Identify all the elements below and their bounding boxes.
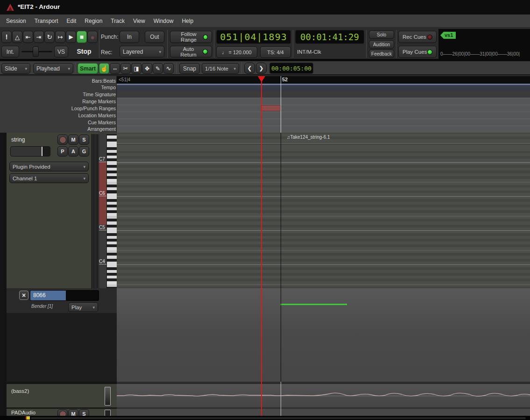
ruler-label-bars[interactable]: Bars:Beats bbox=[4, 78, 116, 84]
smart-mode-button[interactable]: Smart bbox=[78, 63, 98, 74]
trim-tool-button[interactable]: ◨ bbox=[131, 63, 141, 74]
track-name[interactable]: string bbox=[11, 136, 25, 143]
audition-button[interactable]: Audition bbox=[369, 40, 394, 49]
track-record-button[interactable] bbox=[57, 135, 68, 145]
shuttle-slider[interactable] bbox=[21, 46, 52, 57]
fader-handle[interactable] bbox=[42, 147, 42, 156]
patch-dropdown[interactable]: Plugin Provided ▾ bbox=[9, 162, 89, 171]
nudge-back-button[interactable]: ❮ bbox=[244, 63, 255, 74]
track-record-button[interactable] bbox=[57, 409, 68, 416]
menu-transport[interactable]: Transport bbox=[30, 18, 63, 24]
tempo-button[interactable]: ♩ = 120.000 bbox=[216, 46, 257, 58]
ruler-loop-punch[interactable] bbox=[117, 105, 530, 112]
record-button[interactable]: ● bbox=[87, 31, 98, 43]
midi-region-name[interactable]: ♫Take124_string-6.1 bbox=[287, 135, 330, 140]
ruler-range-markers[interactable] bbox=[117, 98, 530, 105]
ruler-label-tempo[interactable]: Tempo bbox=[4, 85, 116, 90]
channel-dropdown[interactable]: Channel 1 ▾ bbox=[9, 173, 89, 183]
midi-track-canvas[interactable]: ♫Take124_string-6.1 bbox=[117, 133, 530, 288]
ruler-tempo[interactable] bbox=[117, 84, 530, 91]
snap-button[interactable]: Snap bbox=[179, 63, 200, 74]
edit-point-dropdown[interactable]: Playhead ▾ bbox=[33, 63, 73, 74]
ruler-label-timesig[interactable]: Time Signature bbox=[4, 92, 116, 97]
track-mute-button[interactable]: M bbox=[68, 409, 78, 416]
ruler-location-markers[interactable] bbox=[117, 112, 530, 119]
pad-track-canvas[interactable] bbox=[117, 409, 530, 416]
punch-out-button[interactable]: Out bbox=[145, 31, 164, 43]
ruler-time-signature[interactable] bbox=[117, 91, 530, 98]
midi-panic-button[interactable]: ! bbox=[1, 31, 12, 43]
track-playlist-button[interactable]: P bbox=[57, 146, 68, 157]
ruler-label-range[interactable]: Range Markers bbox=[4, 99, 116, 104]
goto-start-button[interactable]: ⇤ bbox=[23, 31, 33, 43]
draw-tool-button[interactable]: ✎ bbox=[153, 63, 163, 74]
sync-source-label[interactable]: INT/M-Clk bbox=[297, 49, 321, 55]
playhead-line[interactable] bbox=[261, 76, 262, 416]
menu-session[interactable]: Session bbox=[2, 18, 30, 24]
primary-clock[interactable]: 051|04|1893 bbox=[216, 30, 291, 44]
ruler-label-arrangement[interactable]: Arrangement bbox=[4, 126, 116, 132]
move-tool-button[interactable]: ✥ bbox=[142, 63, 152, 74]
mini-timeline[interactable]: vs1 0——26|00|00——31|00|00——36|00| bbox=[438, 29, 530, 59]
track-solo-button[interactable]: S bbox=[79, 409, 89, 416]
ruler-arrangement[interactable] bbox=[117, 126, 530, 133]
rec-mode-dropdown[interactable]: Layered ▾ bbox=[120, 46, 164, 57]
audio-track-canvas[interactable] bbox=[117, 384, 530, 407]
sync-int-button[interactable]: Int. bbox=[1, 46, 19, 57]
edit-mode-dropdown[interactable]: Slide ▾ bbox=[1, 63, 30, 74]
track-solo-button[interactable]: S bbox=[79, 135, 89, 145]
bass2-track-header[interactable]: (bass2) bbox=[7, 384, 117, 407]
track-name[interactable]: (bass2) bbox=[11, 388, 29, 394]
horizontal-scrollbar[interactable] bbox=[31, 417, 526, 419]
solo-button[interactable]: Solo bbox=[369, 30, 394, 39]
loop-range-bar[interactable] bbox=[261, 105, 281, 111]
menu-view[interactable]: View bbox=[129, 18, 149, 24]
rec-cues-button[interactable]: Rec Cues bbox=[398, 31, 437, 43]
menu-window[interactable]: Window bbox=[149, 18, 178, 24]
grid-dropdown[interactable]: 1/16 Note ▾ bbox=[202, 63, 239, 74]
ruler-label-cue[interactable]: Cue Markers bbox=[4, 120, 116, 125]
track-fader[interactable] bbox=[10, 146, 50, 157]
automation-lane-canvas[interactable] bbox=[117, 288, 530, 382]
menu-help[interactable]: Help bbox=[177, 18, 198, 24]
track-name[interactable]: PADAudio bbox=[11, 410, 35, 415]
automation-close-button[interactable]: × bbox=[19, 291, 28, 300]
play-cues-button[interactable]: Play Cues bbox=[398, 46, 437, 58]
stop-button[interactable]: ■ bbox=[77, 31, 87, 43]
nudge-forward-button[interactable]: ❯ bbox=[256, 63, 267, 74]
loop-button[interactable]: ↻ bbox=[44, 31, 55, 43]
ruler-label-loop[interactable]: Loop/Punch Ranges bbox=[4, 106, 116, 111]
goto-end-button[interactable]: ⇥ bbox=[34, 31, 44, 43]
vari-speed-button[interactable]: VS bbox=[54, 46, 68, 57]
follow-range-button[interactable]: Follow Range bbox=[170, 31, 212, 43]
play-button[interactable]: ▶ bbox=[66, 31, 76, 43]
menu-region[interactable]: Region bbox=[80, 18, 106, 24]
content-tool-button[interactable]: ∿ bbox=[163, 63, 174, 74]
piano-keyboard[interactable] bbox=[106, 134, 117, 288]
pad-track-header[interactable]: PADAudio M S bbox=[7, 409, 117, 416]
track-mute-button[interactable]: M bbox=[68, 135, 78, 145]
secondary-clock[interactable]: 00:01:41:29 bbox=[295, 30, 364, 44]
nudge-clock[interactable]: 00:00:05:00 bbox=[269, 63, 313, 74]
ruler-bars-beats[interactable]: <51|4 52 bbox=[117, 76, 530, 84]
automation-mode-dropdown[interactable]: Play ▾ bbox=[68, 302, 98, 312]
ruler-label-location[interactable]: Location Markers bbox=[4, 113, 116, 118]
grab-tool-button[interactable]: ☝ bbox=[99, 63, 109, 74]
cut-tool-button[interactable]: ✂ bbox=[120, 63, 131, 74]
shuttle-handle[interactable] bbox=[33, 46, 39, 57]
time-signature-button[interactable]: TS: 4/4 bbox=[260, 46, 291, 58]
automation-value-field[interactable]: 8066 bbox=[30, 290, 99, 301]
menu-track[interactable]: Track bbox=[106, 18, 129, 24]
metronome-button[interactable]: △ bbox=[12, 31, 22, 43]
feedback-button[interactable]: Feedback bbox=[369, 50, 394, 58]
auto-return-button[interactable]: Auto Return bbox=[170, 46, 212, 57]
range-tool-button[interactable]: ⇔ bbox=[110, 63, 120, 74]
play-range-button[interactable]: ↦ bbox=[55, 31, 65, 43]
track-automation-button[interactable]: A bbox=[68, 146, 78, 157]
playhead-marker[interactable] bbox=[258, 76, 265, 82]
automation-line[interactable] bbox=[280, 304, 347, 305]
ruler-cue-markers[interactable] bbox=[117, 119, 530, 126]
menu-edit[interactable]: Edit bbox=[63, 18, 81, 24]
track-group-button[interactable]: G bbox=[79, 146, 89, 157]
punch-in-button[interactable]: In bbox=[120, 31, 139, 43]
